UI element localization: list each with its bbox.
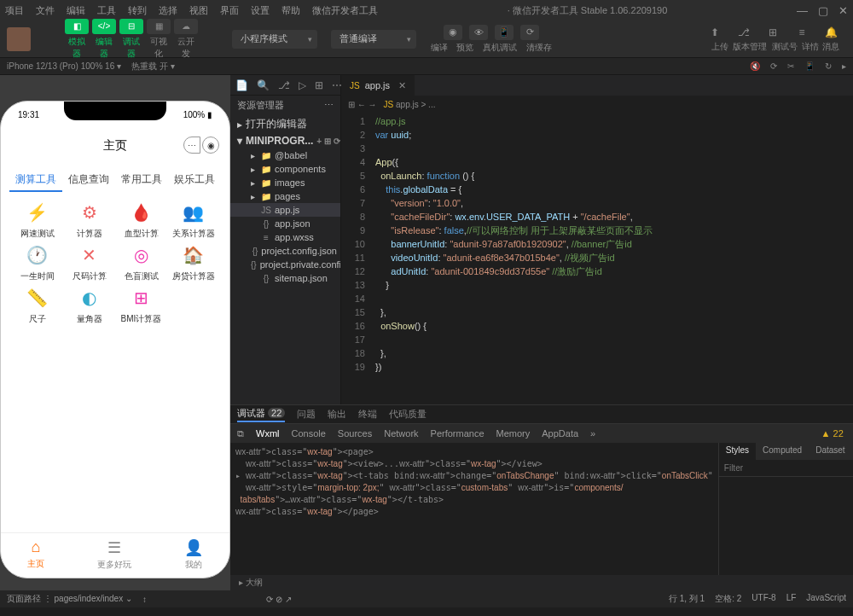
clear-cache-button[interactable]: ⟳ [520,25,539,40]
problems-tab[interactable]: 问题 [297,408,316,421]
tree-node[interactable]: {}sitemap.json [230,271,340,285]
cloud-toggle[interactable]: ☁ [174,19,198,34]
phone-tab[interactable]: 测算工具 [9,169,62,192]
tree-node[interactable]: ▸📁pages [230,189,340,203]
user-avatar[interactable] [7,27,31,51]
nav-back-icon[interactable]: ⊞ ← → [348,100,377,109]
console-tab[interactable]: Console [292,428,326,439]
page-path[interactable]: 页面路径 ⋮ pages/index/index ⌄ [7,593,132,605]
menu-item[interactable]: 项目 [5,4,24,17]
more-icon[interactable]: ▸ [842,61,846,71]
cut-icon[interactable]: ✂ [787,61,794,71]
maximize-icon[interactable]: ▢ [818,4,828,17]
status-item[interactable]: LF [786,593,797,605]
capsule-menu-icon[interactable]: ⋯ [183,137,200,154]
app-cell[interactable]: ⚡网速测试 [13,200,61,240]
wxml-tab[interactable]: Wxml [256,428,280,439]
status-item[interactable]: 行 1, 列 1 [669,593,705,605]
code-area[interactable]: 12345678910111213141516171819 //app.js v… [341,113,853,404]
filter-input[interactable] [724,463,853,473]
tabs-more-icon[interactable]: » [590,428,595,439]
styles-tab[interactable]: Styles [719,443,756,460]
menu-item[interactable]: 文件 [36,4,55,17]
quality-tab[interactable]: 代码质量 [389,408,426,421]
network-tab[interactable]: Network [384,428,418,439]
debugger-toggle[interactable]: ⊟ [119,19,143,34]
tree-node[interactable]: ▸📁@babel [230,148,340,162]
computed-tab[interactable]: Computed [756,443,809,460]
appdata-tab[interactable]: AppData [542,428,578,439]
sources-tab[interactable]: Sources [338,428,372,439]
app-cell[interactable]: 👥关系计算器 [169,200,218,240]
wxml-tree[interactable]: wx-attr">class="wx-tag"><page> wx-attr">… [230,443,718,575]
app-cell[interactable]: ◎色盲测试 [117,243,165,282]
phone-tab[interactable]: 常用工具 [115,169,168,192]
phone-tab[interactable]: 信息查询 [62,169,115,192]
upload-icon[interactable]: ⬆ [706,26,723,39]
device-select[interactable]: iPhone 12/13 (Pro) 100% 16 ▾ [7,61,121,71]
capsule-close-icon[interactable]: ◉ [202,137,219,154]
test-icon[interactable]: ⊞ [764,26,781,39]
status-item[interactable]: UTF-8 [751,593,775,605]
menu-item[interactable]: 编辑 [67,4,85,17]
minimize-icon[interactable]: — [797,4,808,17]
status-item[interactable]: 空格: 2 [715,593,741,605]
tree-node[interactable]: {}app.json [230,217,340,230]
project-root[interactable]: ▾MINIPROGR... + ⊞ ⟳ ≡ [230,133,340,148]
phone-tab[interactable]: 娱乐工具 [168,169,221,192]
close-window-icon[interactable]: ✕ [838,4,848,17]
menu-item[interactable]: 微信开发者工具 [312,4,378,17]
tree-node[interactable]: ▸📁images [230,176,340,189]
menu-item[interactable]: 转到 [128,4,147,17]
terminal-tab[interactable]: 终端 [358,408,377,421]
details-icon[interactable]: ≡ [793,26,810,39]
compile-button[interactable]: ◉ [444,25,462,40]
explorer-more-icon[interactable]: ⋯ [324,100,334,111]
app-cell[interactable]: ⊞BMI计算器 [117,286,165,325]
close-tab-icon[interactable]: ✕ [398,80,406,91]
app-cell[interactable]: 🕐一生时间 [13,243,61,282]
memory-tab[interactable]: Memory [496,428,531,439]
tree-node[interactable]: ≡app.wxss [230,230,340,244]
mode-dropdown[interactable]: 小程序模式 [232,30,317,49]
performance-tab[interactable]: Performance [431,428,485,439]
app-cell[interactable]: 🏠房贷计算器 [169,243,218,282]
refresh-status-icon[interactable]: ⟳ ⊘ ↗ [266,595,292,604]
menu-item[interactable]: 帮助 [281,4,300,17]
app-cell[interactable]: ✕尺码计算 [65,243,113,282]
app-cell[interactable]: 📏尺子 [13,286,61,325]
dataset-tab[interactable]: Dataset [809,443,851,460]
menu-item[interactable]: 视图 [189,4,208,17]
warning-badge[interactable]: ▲ 22 [821,428,844,439]
menu-item[interactable]: 工具 [97,4,116,17]
visual-toggle[interactable]: ▦ [147,19,171,34]
preview-button[interactable]: 👁 [469,25,488,40]
tree-node[interactable]: {}project.private.config.js... [230,258,340,271]
debugger-tab[interactable]: 调试器 22 [237,407,285,422]
app-cell[interactable]: ◐量角器 [65,286,113,325]
tree-node[interactable]: ▸📁components [230,162,340,176]
editor-toggle[interactable]: </> [92,19,116,34]
hot-reload-toggle[interactable]: 热重载 开 ▾ [131,61,175,73]
menu-item[interactable]: 设置 [251,4,270,17]
app-cell[interactable]: 🩸血型计算 [117,200,165,240]
editor-tab[interactable]: JS app.js ✕ [341,75,415,96]
status-icon[interactable]: ↕ [142,595,147,604]
menu-item[interactable]: 选择 [159,4,177,17]
search-nav-icon[interactable]: 🔍 [257,79,270,91]
tree-node[interactable]: JSapp.js [230,203,340,217]
files-icon[interactable]: 📄 [235,79,248,91]
menu-item[interactable]: 界面 [220,4,239,17]
output-tab[interactable]: 输出 [328,408,346,421]
debug-icon[interactable]: ▷ [299,79,306,91]
remote-debug-button[interactable]: 📱 [495,25,514,40]
outline-section[interactable]: ▸ 大纲 [230,575,853,590]
version-icon[interactable]: ⎇ [735,26,752,39]
branch-icon[interactable]: ⎇ [278,79,290,91]
bottom-nav-item[interactable]: ⌂主页 [27,538,44,571]
simulator-toggle[interactable]: ◧ [65,19,89,34]
inspect-icon[interactable]: ⧉ [237,428,244,439]
compile-dropdown[interactable]: 普通编译 [331,30,416,49]
refresh-icon[interactable]: ⟳ [770,61,777,71]
tree-node[interactable]: {}project.config.json [230,244,340,258]
